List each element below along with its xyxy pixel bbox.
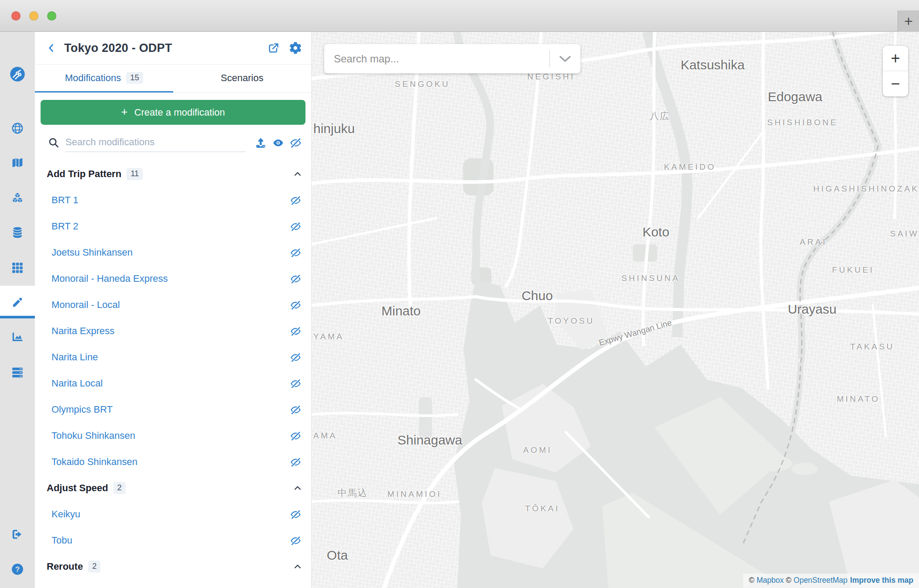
modification-item[interactable]: Tobu <box>35 527 311 554</box>
map-place-label: SAIWA <box>890 229 919 239</box>
modification-link[interactable]: Monorail - Local <box>51 299 120 311</box>
eye-slash-icon[interactable] <box>288 429 302 443</box>
map-place-label: MINATO <box>837 394 880 404</box>
server-icon[interactable] <box>0 357 35 388</box>
conveyal-logo-icon[interactable] <box>0 58 35 90</box>
map-place-label: Koto <box>642 225 669 239</box>
modification-item[interactable]: Narita Local <box>35 370 311 397</box>
map-place-label: YAMA <box>313 332 344 342</box>
improve-map-link[interactable]: Improve this map <box>850 576 913 585</box>
modification-link[interactable]: Olympics BRT <box>51 404 113 415</box>
modification-link[interactable]: Tohoku Shinkansen <box>51 430 135 441</box>
create-modification-button[interactable]: + Create a modification <box>41 100 305 125</box>
eye-slash-icon[interactable] <box>288 324 302 338</box>
map-search-input[interactable] <box>324 44 549 73</box>
map-view[interactable]: hinjukuSENGOKUNEGISHIKatsushikaEdogawaSH… <box>312 32 919 588</box>
new-tab-button[interactable]: + <box>898 10 919 32</box>
modification-link[interactable]: Joetsu Shinkansen <box>51 247 133 258</box>
map-place-label: Minato <box>381 304 421 318</box>
map-place-label: SENGOKU <box>395 79 450 89</box>
modification-item[interactable]: Keikyu <box>35 501 311 527</box>
globe-icon[interactable] <box>0 113 35 144</box>
group-count-badge: 11 <box>127 168 143 180</box>
eye-slash-icon[interactable] <box>288 298 302 312</box>
eye-slash-icon[interactable] <box>288 403 302 417</box>
modification-group-header[interactable]: Add Trip Pattern 11 <box>35 161 311 187</box>
tab-scenarios-label: Scenarios <box>221 72 264 84</box>
eye-slash-icon[interactable] <box>288 455 302 469</box>
close-window-button[interactable] <box>11 11 21 21</box>
map-place-label: FUKUEI <box>832 265 874 275</box>
eye-slash-icon[interactable] <box>288 193 302 207</box>
back-button[interactable] <box>45 41 58 55</box>
zoom-in-button[interactable]: + <box>883 46 908 71</box>
modification-link[interactable]: Tobu <box>51 535 72 546</box>
sign-out-icon[interactable] <box>0 519 35 550</box>
modification-link[interactable]: BRT 2 <box>51 221 79 232</box>
modification-item[interactable]: BRT 1 <box>35 187 311 213</box>
eye-slash-icon[interactable] <box>288 350 302 364</box>
map-place-label: Edogawa <box>768 89 822 104</box>
modification-link[interactable]: Tokaido Shinkansen <box>51 456 137 468</box>
zoom-out-button[interactable]: − <box>883 71 908 96</box>
modification-item[interactable]: Tokaido Shinkansen <box>35 449 311 475</box>
panel-tabs: Modifications 15 Scenarios <box>35 65 311 93</box>
eye-slash-icon[interactable] <box>288 272 302 286</box>
eye-slash-icon[interactable] <box>288 533 302 547</box>
chevron-up-icon <box>293 562 302 571</box>
modification-link[interactable]: Narita Local <box>51 378 103 389</box>
external-link-icon[interactable] <box>265 39 282 57</box>
modification-item[interactable]: BRT 2 <box>35 213 311 239</box>
map-place-label: Ota <box>327 548 348 563</box>
modification-item[interactable]: Narita Line <box>35 344 311 370</box>
tab-modifications[interactable]: Modifications 15 <box>35 65 173 92</box>
pencil-icon[interactable] <box>0 286 35 318</box>
cubes-icon[interactable] <box>0 182 35 214</box>
eye-slash-icon[interactable] <box>288 376 302 390</box>
tab-modifications-label: Modifications <box>65 72 121 84</box>
map-place-label: Katsushika <box>681 58 745 72</box>
upload-icon[interactable] <box>252 134 269 151</box>
map-place-label: AMA <box>313 431 337 441</box>
tab-scenarios[interactable]: Scenarios <box>173 65 312 92</box>
chevron-up-icon <box>293 483 302 493</box>
modification-item[interactable]: Narita Express <box>35 318 311 344</box>
modification-group-header[interactable]: Reroute 2 <box>35 554 311 580</box>
modification-group-header[interactable]: Adjust Speed 2 <box>35 475 311 501</box>
zoom-window-button[interactable] <box>47 11 56 21</box>
plus-icon: + <box>121 105 127 119</box>
chevron-down-icon[interactable] <box>550 44 580 73</box>
mapbox-link[interactable]: Mapbox <box>757 576 784 585</box>
gear-icon[interactable] <box>287 39 304 57</box>
eye-slash-icon[interactable] <box>288 507 302 521</box>
map-place-label: Chuo <box>521 288 553 303</box>
database-icon[interactable] <box>0 217 35 248</box>
modification-link[interactable]: BRT 1 <box>51 195 79 206</box>
search-input[interactable] <box>65 133 246 152</box>
group-count-badge: 2 <box>113 482 126 494</box>
map-place-label: TOYOSU <box>548 316 595 326</box>
modification-item[interactable]: Joetsu Shinkansen <box>35 239 311 266</box>
map-place-label: 八広 <box>650 110 670 122</box>
eye-icon[interactable] <box>269 134 287 151</box>
map-icon[interactable] <box>0 147 35 178</box>
modification-link[interactable]: Narita Express <box>51 325 114 337</box>
modification-link[interactable]: Narita Line <box>51 352 98 363</box>
copyright-symbol-2: © <box>784 576 794 585</box>
modification-item[interactable]: Monorail - Local <box>35 292 311 318</box>
modification-item[interactable]: Monorail - Haneda Express <box>35 266 311 292</box>
eye-slash-icon[interactable] <box>288 246 302 260</box>
modification-item[interactable]: Olympics BRT <box>35 397 311 423</box>
help-icon[interactable]: ? <box>0 554 35 585</box>
modification-link[interactable]: Monorail - Haneda Express <box>51 273 168 284</box>
eye-slash-icon[interactable] <box>288 219 302 233</box>
grid-icon[interactable] <box>0 252 35 284</box>
chart-area-icon[interactable] <box>0 322 35 353</box>
map-place-label: MINAMIOI <box>387 489 442 499</box>
openstreetmap-link[interactable]: OpenStreetMap <box>794 576 848 585</box>
modification-item[interactable]: Tohoku Shinkansen <box>35 423 311 449</box>
group-count-badge: 2 <box>88 561 100 572</box>
modification-link[interactable]: Keikyu <box>51 509 80 520</box>
minimize-window-button[interactable] <box>29 11 38 21</box>
eye-slash-icon[interactable] <box>287 134 304 151</box>
